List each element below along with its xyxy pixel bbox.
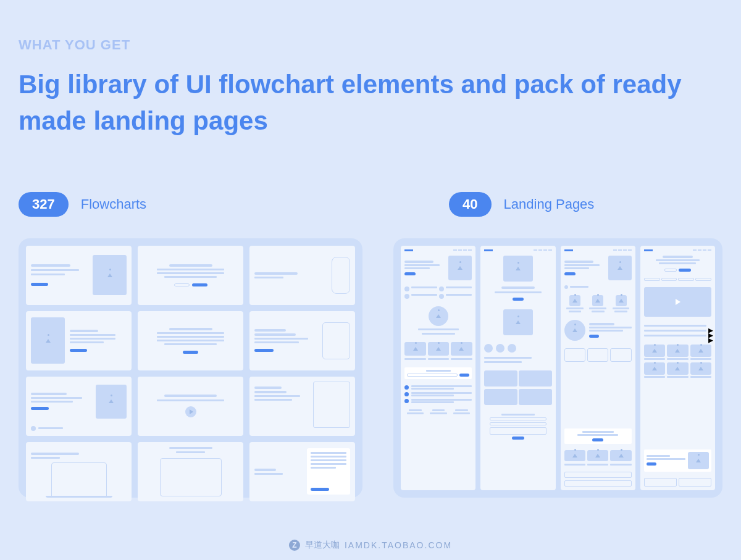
stats-row: 327 Flowcharts 40 Landing Pages [19, 192, 722, 217]
flowcharts-preview [19, 238, 362, 498]
flowcharts-count-badge: 327 [19, 192, 69, 217]
page-headline: Big library of UI flowchart elements and… [19, 67, 722, 140]
landing-count-badge: 40 [449, 192, 491, 217]
watermark-icon: Z [289, 540, 300, 551]
watermark-brand: 早道大咖 [305, 540, 340, 551]
wireframe-card [249, 311, 355, 370]
stat-flowcharts: 327 Flowcharts [19, 192, 146, 217]
wireframe-card [138, 377, 243, 436]
watermark: Z 早道大咖 IAMDK.TAOBAO.COM [289, 540, 452, 551]
landing-preview: ▸ ▸ ▸ [393, 238, 722, 498]
wireframe-card [26, 311, 132, 370]
landing-label: Landing Pages [504, 196, 595, 212]
flowcharts-label: Flowcharts [81, 196, 146, 212]
stat-landing: 40 Landing Pages [449, 192, 594, 217]
landing-wireframe [561, 246, 635, 490]
wireframe-card [249, 442, 355, 501]
wireframe-card [138, 442, 243, 501]
wireframe-card [138, 311, 243, 370]
wireframe-card [138, 246, 243, 305]
previews-row: ▸ ▸ ▸ [19, 238, 722, 498]
landing-wireframe [480, 246, 555, 490]
landing-wireframe: ▸ ▸ ▸ [640, 246, 715, 490]
wireframe-card [249, 246, 355, 305]
watermark-url: IAMDK.TAOBAO.COM [345, 540, 452, 550]
wireframe-card [26, 377, 132, 436]
eyebrow-label: WHAT YOU GET [19, 37, 722, 53]
wireframe-card [26, 246, 132, 305]
wireframe-card [249, 377, 355, 436]
wireframe-card [26, 442, 132, 501]
landing-wireframe [401, 246, 475, 490]
